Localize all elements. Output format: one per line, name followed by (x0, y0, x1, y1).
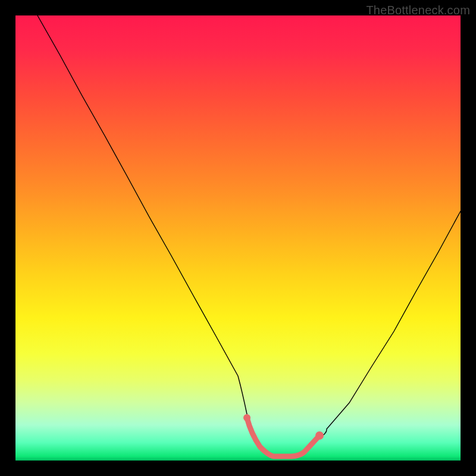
valley-start-dot (243, 414, 250, 421)
valley-highlight (247, 418, 318, 456)
valley-end-dot (315, 431, 324, 440)
chart-plot-area (15, 15, 461, 461)
chart-svg (15, 15, 461, 461)
watermark-text: TheBottleneck.com (366, 4, 470, 17)
bottleneck-curve (37, 15, 461, 456)
